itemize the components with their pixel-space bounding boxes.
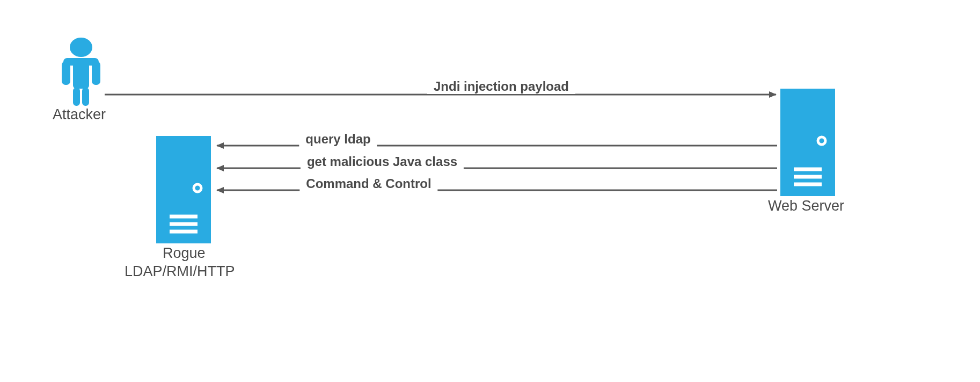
arrow-label-java-class: get malicious Java class xyxy=(301,154,464,169)
svg-rect-3 xyxy=(92,61,100,85)
server-icon-rogue xyxy=(156,136,211,243)
svg-rect-5 xyxy=(73,88,80,106)
rogue-label-line2: LDAP/RMI/HTTP xyxy=(125,263,235,280)
attacker-label: Attacker xyxy=(53,106,106,123)
webserver-label: Web Server xyxy=(768,198,844,214)
svg-rect-2 xyxy=(62,61,70,85)
svg-rect-12 xyxy=(780,89,835,196)
svg-rect-7 xyxy=(156,136,211,243)
svg-point-13 xyxy=(818,137,825,145)
rogue-label-line1: Rogue xyxy=(163,245,206,262)
svg-rect-4 xyxy=(63,58,99,66)
person-icon xyxy=(62,38,100,106)
arrow-label-jndi: Jndi injection payload xyxy=(427,79,575,94)
server-icon-web xyxy=(780,89,835,196)
arrow-label-c2: Command & Control xyxy=(299,176,437,191)
diagram-canvas: Attacker Rogue LDAP/RMI/HTTP Web Server … xyxy=(0,0,980,382)
svg-rect-1 xyxy=(73,59,89,89)
svg-point-0 xyxy=(70,38,92,57)
svg-rect-6 xyxy=(82,88,89,106)
diagram-svg xyxy=(0,0,980,382)
arrow-label-query-ldap: query ldap xyxy=(299,132,377,147)
svg-point-8 xyxy=(194,184,201,192)
